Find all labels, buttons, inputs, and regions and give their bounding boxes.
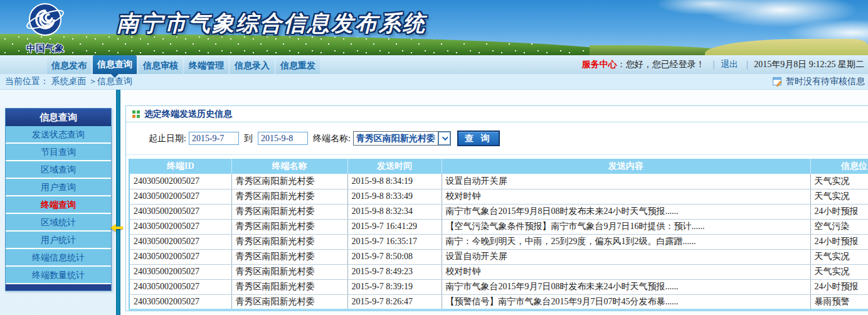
sidebar-item[interactable]: 终端查询 bbox=[6, 196, 111, 214]
date-range-label: 起止日期: bbox=[149, 133, 186, 144]
separator: ｜ bbox=[743, 60, 752, 69]
audit-notice-text: 暂时没有待审核信息 bbox=[786, 74, 865, 89]
sidebar-item[interactable]: 发送状态查询 bbox=[6, 126, 111, 144]
service-center-label: 服务中心 bbox=[582, 60, 617, 69]
history-panel: 选定终端发送历史信息 起止日期: 到 终端名称: 青秀区南阳新光村委 查 询 bbox=[125, 105, 868, 311]
document-pencil-icon bbox=[773, 77, 783, 87]
cell-info-type: 24小时预报 bbox=[810, 234, 868, 249]
col-info-type: 信息位 bbox=[810, 159, 868, 174]
table-row: 240305002005027 青秀区南阳新光村委 2015-9-8 8:33:… bbox=[129, 189, 868, 204]
yellow-hill-image bbox=[705, 39, 868, 55]
table-row: 240305002005027 青秀区南阳新光村委 2015-9-7 8:49:… bbox=[129, 264, 868, 279]
system-title: 南宁市气象综合信息发布系统 bbox=[117, 9, 426, 38]
nav-tab[interactable]: 信息重发 bbox=[276, 58, 320, 74]
cell-send-content: 【预警信号】南宁市气象台2015年9月7日07时45分发布暴...... bbox=[442, 294, 810, 309]
table-row: 240305002005027 青秀区南阳新光村委 2015-9-7 8:50:… bbox=[129, 249, 868, 264]
banner: 中国气象 南宁市气象综合信息发布系统 bbox=[0, 0, 868, 55]
cell-send-time: 2015-9-7 8:50:08 bbox=[347, 249, 442, 264]
sidebar-item[interactable]: 区域统计 bbox=[6, 214, 111, 232]
cell-terminal-name: 青秀区南阳新光村委 bbox=[231, 264, 347, 279]
cell-info-type: 天气实况 bbox=[810, 264, 868, 279]
cell-send-time: 2015-9-7 8:49:23 bbox=[347, 264, 442, 279]
cell-info-type: 24小时预报 bbox=[810, 204, 868, 219]
nav-tab[interactable]: 终端管理 bbox=[184, 58, 228, 74]
terminal-select[interactable]: 青秀区南阳新光村委 bbox=[353, 131, 451, 146]
cell-info-type: 天气实况 bbox=[810, 249, 868, 264]
sidebar: 信息查询 发送状态查询 节目查询 区域查询 用户查询 终端查询 区域统计 bbox=[0, 90, 116, 315]
cell-send-content: 校对时钟 bbox=[442, 189, 810, 204]
sidebar-items: 发送状态查询 节目查询 区域查询 用户查询 终端查询 区域统计 用户统计 终端 bbox=[6, 126, 111, 284]
cell-terminal-id: 240305002005027 bbox=[129, 279, 231, 294]
cma-spiral-icon bbox=[25, 1, 65, 40]
cell-info-type: 天气实况 bbox=[810, 174, 868, 189]
login-greeting: ：您好，您已经登录！ bbox=[617, 60, 705, 69]
cell-terminal-id: 240305002005027 bbox=[129, 234, 231, 249]
cell-terminal-name: 青秀区南阳新光村委 bbox=[231, 294, 347, 309]
nav-tab[interactable]: 信息录入 bbox=[230, 58, 274, 74]
logo-caption: 中国气象 bbox=[13, 43, 78, 55]
cell-send-time: 2015-9-7 8:26:47 bbox=[347, 294, 442, 309]
cell-send-content: 南宁：今晚到明天，中雨，25到29度，偏东风1到2级。白露蹭...... bbox=[442, 234, 810, 249]
sidebar-item[interactable]: 终端数量统计 bbox=[6, 267, 111, 284]
breadcrumb-separator: ＞ bbox=[88, 77, 97, 86]
col-send-content: 发送内容 bbox=[442, 159, 810, 174]
sidebar-item[interactable]: 终端信息统计 bbox=[6, 249, 111, 267]
nav-tab[interactable]: 信息审核 bbox=[139, 58, 183, 74]
sidebar-divider bbox=[116, 90, 120, 315]
cell-info-type: 天气实况 bbox=[810, 189, 868, 204]
col-terminal-id: 终端ID bbox=[129, 159, 231, 174]
panel-title-bar: 选定终端发送历史信息 bbox=[126, 106, 868, 122]
cell-terminal-name: 青秀区南阳新光村委 bbox=[231, 189, 347, 204]
cell-send-content: 南宁市气象台2015年9月8日08时发布未来24小时天气预报...... bbox=[442, 204, 810, 219]
cell-send-time: 2015-9-7 8:39:19 bbox=[347, 279, 442, 294]
query-button[interactable]: 查 询 bbox=[457, 131, 500, 146]
cell-send-time: 2015-9-8 8:32:34 bbox=[347, 204, 442, 219]
sidebar-item[interactable]: 节目查询 bbox=[6, 144, 111, 161]
cell-send-time: 2015-9-8 8:33:49 bbox=[347, 189, 442, 204]
chevron-down-icon[interactable] bbox=[438, 132, 450, 145]
cell-info-type: 24小时预报 bbox=[810, 279, 868, 294]
nav-tab[interactable]: 信息发布 bbox=[47, 58, 91, 74]
sidebar-footer bbox=[6, 284, 111, 291]
date-from-input[interactable] bbox=[189, 132, 239, 145]
breadcrumb-bar: 当前位置： 系统桌面 ＞信息查询 暂时没有待审核信息 bbox=[0, 74, 868, 90]
cell-terminal-name: 青秀区南阳新光村委 bbox=[231, 204, 347, 219]
cell-terminal-id: 240305002005027 bbox=[129, 264, 231, 279]
cell-terminal-id: 240305002005027 bbox=[129, 294, 231, 309]
table-row: 240305002005027 青秀区南阳新光村委 2015-9-7 16:41… bbox=[129, 219, 868, 234]
sidebar-item[interactable]: 用户统计 bbox=[6, 232, 111, 249]
breadcrumb-prefix: 当前位置： bbox=[5, 77, 49, 86]
arrow-head bbox=[110, 224, 116, 232]
query-form: 起止日期: 到 终端名称: 青秀区南阳新光村委 查 询 bbox=[126, 122, 868, 155]
to-label: 到 bbox=[244, 133, 253, 144]
cell-send-content: 设置自动开关屏 bbox=[442, 174, 810, 189]
cell-terminal-id: 240305002005027 bbox=[129, 249, 231, 264]
sidebar-item[interactable]: 区域查询 bbox=[6, 161, 111, 179]
nav-tabs: 信息发布 信息查询 信息审核 终端管理 信息录入 信息重发 bbox=[47, 55, 320, 74]
cell-info-type: 空气污染 bbox=[810, 219, 868, 234]
table-row: 240305002005027 青秀区南阳新光村委 2015-9-7 8:26:… bbox=[129, 294, 868, 309]
cma-logo: 中国气象 bbox=[13, 1, 78, 55]
nav-tab[interactable]: 信息查询 bbox=[93, 55, 137, 74]
breadcrumb-home[interactable]: 系统桌面 bbox=[51, 77, 87, 86]
history-table: 终端ID 终端名称 发送时间 发送内容 信息位 240305002005027 bbox=[129, 159, 868, 311]
logout-link[interactable]: 退出 bbox=[721, 60, 738, 69]
table-row: 240305002005027 青秀区南阳新光村委 2015-9-8 8:32:… bbox=[129, 204, 868, 219]
sidebar-menu: 信息查询 发送状态查询 节目查询 区域查询 用户查询 终端查询 区域统计 bbox=[5, 108, 112, 291]
cell-info-type: 暴雨预警 bbox=[810, 294, 868, 309]
cell-send-content: 【空气污染气象条件预报】南宁市气象台9月7日16时提供：预计...... bbox=[442, 219, 810, 234]
table-row: 240305002005027 青秀区南阳新光村委 2015-9-7 16:35… bbox=[129, 234, 868, 249]
sidebar-item[interactable]: 用户查询 bbox=[6, 179, 111, 196]
cell-terminal-id: 240305002005027 bbox=[129, 219, 231, 234]
cell-terminal-id: 240305002005027 bbox=[129, 204, 231, 219]
cell-terminal-name: 青秀区南阳新光村委 bbox=[231, 219, 347, 234]
date-to-input[interactable] bbox=[258, 132, 308, 145]
table-row: 240305002005027 青秀区南阳新光村委 2015-9-7 8:39:… bbox=[129, 279, 868, 294]
service-bar: 服务中心：您好，您已经登录！ ｜退出 ｜2015年9月8日 9:12:25 星期… bbox=[582, 55, 864, 74]
table-row: 240305002005027 青秀区南阳新光村委 2015-9-8 8:34:… bbox=[129, 174, 868, 189]
cell-send-content: 设置自动开关屏 bbox=[442, 249, 810, 264]
content-area: 信息查询 发送状态查询 节目查询 区域查询 用户查询 终端查询 区域统计 bbox=[0, 90, 868, 315]
sidebar-header: 信息查询 bbox=[6, 109, 111, 126]
cell-send-time: 2015-9-8 8:34:19 bbox=[347, 174, 442, 189]
cell-send-time: 2015-9-7 16:41:29 bbox=[347, 219, 442, 234]
